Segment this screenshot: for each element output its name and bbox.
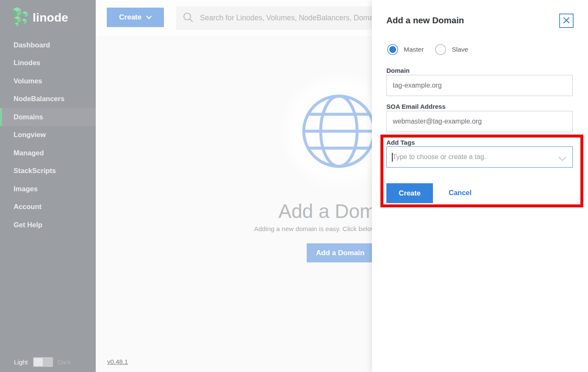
- add-tags-field[interactable]: Type to choose or create a tag.: [386, 146, 573, 168]
- add-a-domain-button[interactable]: Add a Domain: [307, 243, 374, 262]
- domain-field-label: Domain: [386, 67, 410, 74]
- radio-dot: [389, 46, 396, 53]
- cancel-button[interactable]: Cancel: [449, 189, 472, 197]
- add-tags-placeholder: Type to choose or create a tag.: [393, 153, 486, 161]
- theme-dark-label: Dark: [58, 358, 71, 366]
- chevron-down-icon[interactable]: [558, 155, 566, 163]
- sidebar-item-nodebalancers[interactable]: NodeBalancers: [0, 90, 96, 108]
- search-icon: [183, 12, 194, 25]
- domain-field[interactable]: [386, 75, 573, 96]
- sidebar-item-linodes[interactable]: Linodes: [0, 54, 96, 72]
- toggle-knob: [34, 358, 43, 366]
- close-drawer-button[interactable]: [559, 14, 574, 28]
- slave-radio-label: Slave: [452, 46, 468, 53]
- version-link[interactable]: v0.48.1: [107, 358, 128, 365]
- add-tags-field-label: Add Tags: [386, 139, 415, 146]
- create-menu-button[interactable]: Create: [107, 8, 164, 27]
- close-icon: [563, 17, 570, 25]
- drawer-title: Add a new Domain: [386, 15, 464, 25]
- linode-cubes-icon: [12, 7, 28, 29]
- create-button-label: Create: [119, 13, 141, 22]
- globe-icon: [301, 93, 377, 171]
- domain-type-radio-group: Master Slave: [387, 44, 468, 55]
- theme-light-label: Light: [14, 358, 28, 366]
- sidebar: linode Dashboard Linodes Volumes NodeBal…: [0, 0, 96, 372]
- brand-name: linode: [33, 11, 68, 25]
- sidebar-item-longview[interactable]: Longview: [0, 126, 96, 144]
- sidebar-item-account[interactable]: Account: [0, 198, 96, 216]
- sidebar-item-stackscripts[interactable]: StackScripts: [0, 162, 96, 180]
- chevron-down-icon: [146, 13, 152, 22]
- sidebar-item-domains[interactable]: Domains: [0, 108, 96, 126]
- master-radio-label: Master: [404, 46, 424, 53]
- sidebar-item-get-help[interactable]: Get Help: [0, 216, 96, 234]
- master-radio[interactable]: [387, 44, 398, 55]
- sidebar-item-dashboard[interactable]: Dashboard: [0, 36, 96, 54]
- sidebar-item-images[interactable]: Images: [0, 180, 96, 198]
- linode-logo[interactable]: linode: [12, 7, 68, 29]
- create-domain-button[interactable]: Create: [386, 183, 433, 203]
- sidebar-item-managed[interactable]: Managed: [0, 144, 96, 162]
- soa-email-field[interactable]: [386, 111, 573, 132]
- soa-email-field-label: SOA Email Address: [386, 103, 446, 110]
- theme-toggle-row: Light Dark: [0, 352, 96, 372]
- theme-toggle-switch[interactable]: [33, 357, 53, 367]
- sidebar-nav: Dashboard Linodes Volumes NodeBalancers …: [0, 36, 96, 234]
- slave-radio[interactable]: [435, 44, 446, 55]
- sidebar-item-volumes[interactable]: Volumes: [0, 72, 96, 90]
- add-domain-drawer: Add a new Domain Master Slave Domain SOA…: [372, 0, 588, 372]
